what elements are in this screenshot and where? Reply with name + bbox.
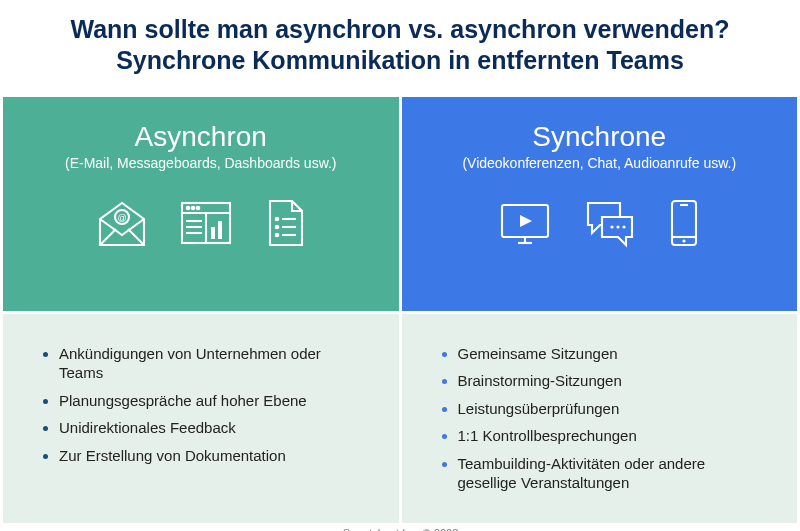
list-item: Zur Erstellung von Dokumentation (59, 446, 365, 466)
svg-rect-25 (672, 201, 696, 245)
list-item: 1:1 Kontrollbesprechungen (458, 426, 764, 446)
document-icon (262, 197, 308, 249)
list-item: Gemeinsame Sitzungen (458, 344, 764, 364)
async-heading: Asynchron (135, 121, 267, 153)
svg-text:@: @ (117, 213, 126, 223)
list-item: Planungsgespräche auf hoher Ebene (59, 391, 365, 411)
svg-point-6 (191, 206, 194, 209)
list-item: Unidirektionales Feedback (59, 418, 365, 438)
list-item: Brainstorming-Sitzungen (458, 371, 764, 391)
sync-heading: Synchrone (532, 121, 666, 153)
title-line-2: Synchrone Kommunikation in entfernten Te… (116, 46, 684, 74)
sync-icons (496, 197, 702, 249)
title-line-1: Wann sollte man asynchron vs. asynchron … (71, 15, 730, 43)
async-list: Ankündigungen von Unternehmen oder Teams… (37, 344, 365, 466)
sync-list: Gemeinsame Sitzungen Brainstorming-Sitzu… (436, 344, 764, 493)
svg-point-5 (186, 206, 189, 209)
list-item: Leistungsüberprüfungen (458, 399, 764, 419)
phone-icon (666, 197, 702, 249)
email-icon: @ (94, 197, 150, 249)
async-subheading: (E-Mail, Messageboards, Dashboards usw.) (65, 155, 337, 171)
footer-copyright: Smartsheet Inc. © 2022 (0, 523, 800, 532)
svg-point-23 (617, 225, 620, 228)
svg-point-22 (611, 225, 614, 228)
list-item: Ankündigungen von Unternehmen oder Teams (59, 344, 365, 383)
svg-point-17 (275, 233, 278, 236)
svg-point-27 (683, 239, 686, 242)
page-title: Wann sollte man asynchron vs. asynchron … (0, 0, 800, 97)
svg-point-13 (275, 217, 278, 220)
svg-rect-11 (211, 227, 215, 239)
async-icons: @ (94, 197, 308, 249)
async-body: Ankündigungen von Unternehmen oder Teams… (3, 314, 399, 523)
list-item: Teambuilding-Aktivitäten oder andere ges… (458, 454, 764, 493)
svg-rect-12 (218, 221, 222, 239)
svg-point-7 (196, 206, 199, 209)
svg-point-15 (275, 225, 278, 228)
sync-header: Synchrone (Videokonferenzen, Chat, Audio… (402, 97, 798, 311)
dashboard-icon (178, 197, 234, 249)
video-icon (496, 197, 554, 249)
sync-body: Gemeinsame Sitzungen Brainstorming-Sitzu… (402, 314, 798, 523)
sync-subheading: (Videokonferenzen, Chat, Audioanrufe usw… (462, 155, 736, 171)
chat-icon (582, 197, 638, 249)
async-header: Asynchron (E-Mail, Messageboards, Dashbo… (3, 97, 399, 311)
svg-point-24 (623, 225, 626, 228)
comparison-grid: Asynchron (E-Mail, Messageboards, Dashbo… (0, 97, 800, 523)
